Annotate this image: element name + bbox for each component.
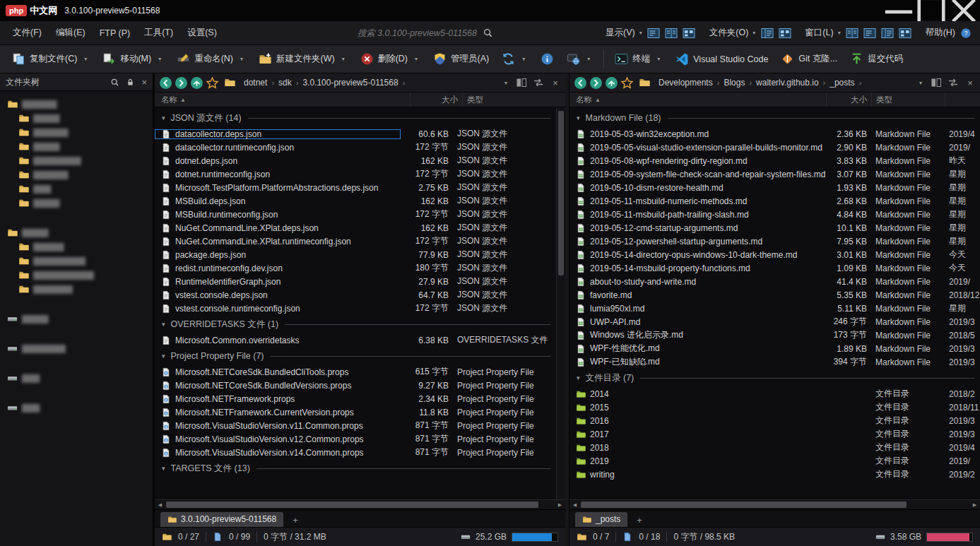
tree-item[interactable]: ███████ xyxy=(1,239,151,254)
file-row[interactable]: UWP-API.md246 字节Markdown File2019/3 xyxy=(569,315,980,328)
menu-group-label[interactable]: 窗口(L) xyxy=(802,24,834,42)
minimize-button[interactable] xyxy=(882,0,915,21)
file-row[interactable]: 2019-05-09-system-file-check-scan-and-re… xyxy=(569,167,980,181)
tree-item[interactable]: █████████ xyxy=(1,282,151,296)
menu-group-label[interactable]: 帮助(H) xyxy=(923,24,957,42)
dropdown-icon[interactable]: ▾ xyxy=(752,30,755,36)
tree-item[interactable]: ██████████ xyxy=(1,341,151,355)
breadcrumb-segment[interactable]: Blogs xyxy=(720,76,748,90)
scroll-right-icon[interactable]: ▶ xyxy=(969,500,980,509)
file-row[interactable]: 2019-05-12-cmd-startup-arguments.md10.1 … xyxy=(569,221,980,235)
toolbar-move-button[interactable]: 移动(M)▾ xyxy=(96,48,170,70)
file-row[interactable]: WPF-已知缺陷.md394 字节Markdown File2019/3 xyxy=(569,355,980,369)
group-header[interactable]: ▾Markdown File (18) xyxy=(569,109,980,127)
file-row[interactable]: Windows 进化启示录.md173 字节Markdown File2018/… xyxy=(569,328,980,342)
file-row[interactable]: 2019-05-05-visual-studio-extension-paral… xyxy=(569,141,980,154)
file-row[interactable]: RuntimeIdentifierGraph.json27.9 KBJSON 源… xyxy=(155,275,556,288)
breadcrumb-segment[interactable]: sdk xyxy=(275,76,295,90)
column-header-2[interactable]: 类型 xyxy=(462,93,565,107)
group-header[interactable]: ▾TARGETS 文件 (13) xyxy=(155,459,556,477)
add-tab-icon[interactable]: + xyxy=(632,514,647,527)
pane-close-icon[interactable]: × xyxy=(964,77,976,88)
file-row[interactable]: 2016文件目录2019/3 xyxy=(569,414,980,427)
toolbar-newfolder-button[interactable]: 新建文件夹(W)▾ xyxy=(252,48,354,70)
breadcrumb-segment[interactable]: dotnet xyxy=(240,76,271,90)
toolbar-copy-button[interactable]: 复制文件(C)▾ xyxy=(6,48,96,70)
vertical-scrollbar[interactable] xyxy=(556,107,565,499)
add-tab-icon[interactable]: + xyxy=(288,514,302,527)
toolbar-commit-button[interactable]: 提交代码 xyxy=(844,48,909,70)
tree-lock-icon[interactable] xyxy=(126,78,135,87)
file-row[interactable]: WPF-性能优化.md1.89 KBMarkdown File2019/3 xyxy=(569,342,980,355)
file-row[interactable]: 2019-05-08-wpf-rendering-dirty-region.md… xyxy=(569,154,980,167)
file-row[interactable]: NuGet.CommandLine.XPlat.runtimeconfig.js… xyxy=(155,235,556,248)
file-row[interactable]: Microsoft.NETFramework.CurrentVersion.pr… xyxy=(155,405,556,419)
group-header[interactable]: ▾文件目录 (7) xyxy=(569,369,980,387)
search-icon[interactable] xyxy=(483,28,493,38)
tree-item[interactable]: ████ xyxy=(1,371,151,385)
vertical-scrollbar-thumb[interactable] xyxy=(558,111,564,275)
favorites-star-icon[interactable] xyxy=(620,76,634,90)
back-icon[interactable] xyxy=(159,76,172,90)
up-icon[interactable] xyxy=(190,76,203,90)
file-row[interactable]: package.deps.json77.9 KBJSON 源文件 xyxy=(155,248,556,261)
column-header-1[interactable]: 大小 xyxy=(410,93,462,107)
file-row[interactable]: redist.runtimeconfig.dev.json180 字节JSON … xyxy=(155,261,556,275)
tree-item[interactable]: ████ xyxy=(1,182,151,196)
file-row[interactable]: favorite.md5.35 KBMarkdown File2018/12 xyxy=(569,288,980,302)
menu-item-2[interactable]: FTP (P) xyxy=(93,24,138,42)
pane-swap-icon[interactable] xyxy=(947,77,959,88)
file-row[interactable]: 2019-05-10-dism-restore-health.md1.93 KB… xyxy=(569,181,980,194)
breadcrumb-segment[interactable]: _posts xyxy=(826,76,858,90)
column-header-2[interactable]: 类型 xyxy=(871,93,945,107)
toolbar-del-button[interactable]: 删除(D)▾ xyxy=(354,48,427,70)
column-header-0[interactable]: 名称▲ xyxy=(569,93,826,107)
scroll-left-icon[interactable]: ◀ xyxy=(155,500,165,509)
file-row[interactable]: Microsoft.Common.overridetasks6.38 KBOVE… xyxy=(155,333,556,347)
breadcrumb-segment[interactable]: 3.0.100-preview5-011568 xyxy=(299,76,401,90)
vw1-icon[interactable] xyxy=(646,26,662,40)
up-icon[interactable] xyxy=(605,76,618,90)
help-icon[interactable]: ? xyxy=(957,26,974,40)
pane-close-icon[interactable]: × xyxy=(550,77,561,88)
toolbar-terminal-button[interactable]: 终端▾ xyxy=(608,48,669,70)
file-row[interactable]: lumia950xl.md5.11 KBMarkdown File星期 xyxy=(569,302,980,315)
back-icon[interactable] xyxy=(574,76,587,90)
toolbar-admin-button[interactable]: 管理员(A) xyxy=(427,48,495,70)
dropdown-icon[interactable]: ▾ xyxy=(639,30,642,36)
toolbar-rename-button[interactable]: 重命名(N)▾ xyxy=(170,48,252,70)
horizontal-scrollbar-thumb[interactable] xyxy=(581,502,907,508)
file-row[interactable]: Microsoft.TestPlatform.PlatformAbstracti… xyxy=(155,181,556,194)
breadcrumb-segment[interactable]: Developments xyxy=(655,76,716,90)
path-dropdown-icon[interactable]: ▾ xyxy=(919,80,922,86)
file-row[interactable]: 2019-05-14-msbuild-property-functions.md… xyxy=(569,261,980,275)
file-row[interactable]: 2018文件目录2019/4 xyxy=(569,441,980,454)
file-row[interactable]: MSBuild.runtimeconfig.json172 字节JSON 源文件 xyxy=(155,208,556,221)
search-box[interactable] xyxy=(325,28,493,38)
file-row[interactable]: NuGet.CommandLine.XPlat.deps.json162 KBJ… xyxy=(155,221,556,235)
dropdown-icon[interactable]: ▾ xyxy=(838,30,841,36)
vw1-icon[interactable] xyxy=(862,26,878,40)
file-row[interactable]: dotnet.runtimeconfig.json172 字节JSON 源文件 xyxy=(155,167,556,181)
tree-close-icon[interactable]: × xyxy=(141,78,147,87)
tree-item[interactable]: ████████ xyxy=(1,125,151,139)
vw4-icon[interactable] xyxy=(759,26,775,40)
group-header[interactable]: ▾Project Property File (7) xyxy=(155,347,556,365)
file-row[interactable]: 2014文件目录2018/2 xyxy=(569,387,980,400)
file-row[interactable]: datacollector.deps.json60.6 KBJSON 源文件 xyxy=(155,127,556,141)
vw2-icon[interactable] xyxy=(663,26,680,40)
menu-item-1[interactable]: 编辑(E) xyxy=(49,23,93,43)
file-row[interactable]: 2019-05-03-win32exception.md2.36 KBMarkd… xyxy=(569,127,980,141)
tree-item[interactable]: ███████████ xyxy=(1,153,151,167)
tree-item[interactable]: ██████ xyxy=(1,311,151,326)
vw4-icon[interactable] xyxy=(880,26,896,40)
file-row[interactable]: 2017文件目录2019/3 xyxy=(569,427,980,441)
file-row[interactable]: datacollector.runtimeconfig.json172 字节JS… xyxy=(155,141,556,154)
path-dropdown-icon[interactable]: ▾ xyxy=(504,80,507,86)
file-row[interactable]: Microsoft.NETCoreSdk.BundledVersions.pro… xyxy=(155,379,556,392)
vw2-icon[interactable] xyxy=(844,26,861,40)
menu-group-label[interactable]: 文件夹(O) xyxy=(707,24,750,42)
file-row[interactable]: Microsoft.NETFramework.props2.34 KBProje… xyxy=(155,392,556,405)
toolbar-net-button[interactable]: ▾ xyxy=(560,48,599,70)
vw3-icon[interactable] xyxy=(777,26,793,40)
